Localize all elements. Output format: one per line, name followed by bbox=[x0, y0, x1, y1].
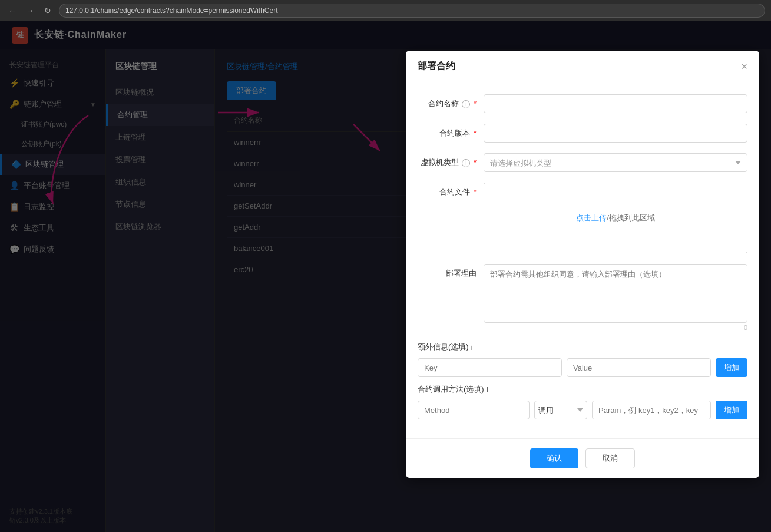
modal-header: 部署合约 × bbox=[406, 51, 759, 82]
param-input[interactable] bbox=[592, 401, 711, 419]
contract-version-input[interactable] bbox=[484, 124, 747, 143]
vm-type-required: * bbox=[474, 158, 477, 167]
extra-info-section: 额外信息(选填) i 增加 bbox=[418, 342, 747, 377]
address-bar[interactable] bbox=[59, 4, 765, 18]
method-invoke-icon: i bbox=[487, 385, 488, 394]
forward-button[interactable]: → bbox=[24, 4, 37, 17]
modal-close-button[interactable]: × bbox=[741, 61, 747, 72]
contract-name-required: * bbox=[474, 99, 477, 108]
confirm-button[interactable]: 确认 bbox=[530, 448, 578, 468]
deploy-contract-modal: 部署合约 × 合约名称 i * 合约版本 * bbox=[406, 51, 759, 478]
deploy-reason-textarea[interactable] bbox=[484, 264, 747, 323]
refresh-button[interactable]: ↻ bbox=[41, 4, 54, 17]
contract-file-required: * bbox=[474, 187, 477, 196]
kv-row: 增加 bbox=[418, 358, 747, 377]
char-count: 0 bbox=[484, 324, 747, 331]
modal-overlay: 部署合约 × 合约名称 i * 合约版本 * bbox=[0, 21, 771, 532]
contract-file-label: 合约文件 * bbox=[418, 183, 477, 201]
contract-file-row: 合约文件 * 点击上传/拖拽到此区域 bbox=[418, 183, 747, 253]
contract-name-row: 合约名称 i * bbox=[418, 94, 747, 113]
method-add-button[interactable]: 增加 bbox=[716, 401, 747, 419]
deploy-reason-label: 部署理由 bbox=[418, 264, 477, 283]
contract-version-row: 合约版本 * bbox=[418, 124, 747, 143]
vm-type-row: 虚拟机类型 i * 请选择虚拟机类型 EVM WASM DOCKER_GO NA… bbox=[418, 153, 747, 172]
invoke-type-select[interactable]: 调用 查询 bbox=[534, 401, 587, 419]
upload-link[interactable]: 点击上传/拖拽到此区域 bbox=[576, 213, 655, 223]
back-button[interactable]: ← bbox=[6, 4, 19, 17]
extra-info-label: 额外信息(选填) i bbox=[418, 342, 747, 352]
key-input[interactable] bbox=[418, 358, 562, 377]
contract-version-label: 合约版本 * bbox=[418, 124, 477, 143]
extra-info-icon: i bbox=[471, 343, 473, 352]
vm-type-select[interactable]: 请选择虚拟机类型 EVM WASM DOCKER_GO NATIVE bbox=[484, 153, 747, 172]
modal-body: 合约名称 i * 合约版本 * 虚拟机类型 i * bbox=[406, 82, 759, 438]
browser-bar: ← → ↻ bbox=[0, 0, 771, 21]
method-invoke-section: 合约调用方法(选填) i 调用 查询 增加 bbox=[418, 384, 747, 419]
contract-file-upload[interactable]: 点击上传/拖拽到此区域 bbox=[484, 183, 747, 253]
value-input[interactable] bbox=[567, 358, 711, 377]
deploy-reason-row: 部署理由 0 bbox=[418, 264, 747, 331]
modal-footer: 确认 取消 bbox=[406, 438, 759, 478]
contract-version-required: * bbox=[474, 128, 477, 137]
vm-type-info-icon: i bbox=[462, 159, 470, 167]
cancel-button[interactable]: 取消 bbox=[585, 448, 635, 468]
contract-name-input[interactable] bbox=[484, 94, 747, 113]
extra-info-add-button[interactable]: 增加 bbox=[716, 358, 747, 377]
modal-title: 部署合约 bbox=[418, 60, 455, 72]
contract-name-info-icon: i bbox=[462, 100, 470, 108]
vm-type-label: 虚拟机类型 i * bbox=[418, 153, 477, 172]
method-invoke-label: 合约调用方法(选填) i bbox=[418, 384, 747, 395]
contract-name-label: 合约名称 i * bbox=[418, 94, 477, 113]
method-name-input[interactable] bbox=[418, 401, 530, 419]
method-row: 调用 查询 增加 bbox=[418, 401, 747, 419]
